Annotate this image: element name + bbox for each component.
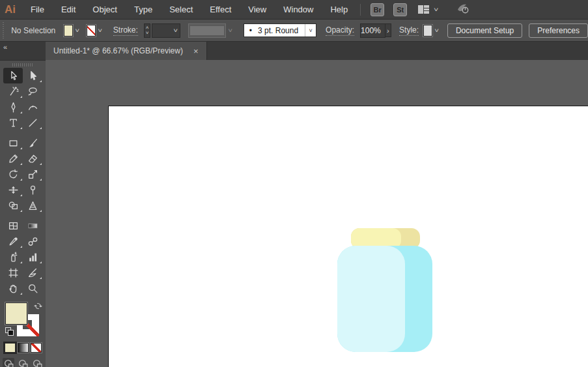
menu-item-window[interactable]: Window xyxy=(275,0,322,20)
tools-panel: « xyxy=(0,42,46,367)
line-segment-tool[interactable] xyxy=(23,115,42,130)
control-bar: No Selection ˅ ˅ Stroke: ˄˅ ˅ ˅ • 3 pt. … xyxy=(0,20,588,42)
blend-tool[interactable] xyxy=(23,233,42,249)
chevron-down-icon[interactable]: ˅ xyxy=(434,7,438,13)
hand-tool[interactable] xyxy=(3,280,23,296)
illustrator-window: Ai FileEditObjectTypeSelectEffectViewWin… xyxy=(0,0,588,367)
fill-stroke-indicator xyxy=(4,301,42,339)
width-tool[interactable] xyxy=(3,182,23,198)
stock-button[interactable]: St xyxy=(393,3,407,16)
menu-item-type[interactable]: Type xyxy=(126,0,161,20)
document-setup-button[interactable]: Document Setup xyxy=(447,23,522,38)
pencil-tool[interactable] xyxy=(3,151,23,166)
flyout-indicator xyxy=(20,147,22,149)
perspective-grid-tool[interactable] xyxy=(23,198,42,213)
menu-items: FileEditObjectTypeSelectEffectViewWindow… xyxy=(22,0,356,19)
symbol-sprayer-tool[interactable] xyxy=(3,249,23,265)
curvature-icon xyxy=(27,102,38,113)
paintbrush-tool[interactable] xyxy=(23,135,42,151)
flyout-indicator xyxy=(40,127,42,129)
flyout-indicator xyxy=(20,246,22,248)
type-tool[interactable] xyxy=(3,115,23,130)
menu-item-select[interactable]: Select xyxy=(161,0,201,20)
brush-chevron-icon[interactable]: ˅ xyxy=(305,24,316,37)
eyedropper-tool[interactable] xyxy=(3,233,23,249)
gradient-tool[interactable] xyxy=(23,218,42,233)
preferences-button[interactable]: Preferences xyxy=(529,23,588,38)
eraser-icon xyxy=(27,153,38,164)
lasso-tool[interactable] xyxy=(23,83,42,99)
zoom-tool[interactable] xyxy=(23,280,42,296)
menu-item-object[interactable]: Object xyxy=(84,0,126,20)
swap-fill-stroke-icon[interactable] xyxy=(33,301,43,313)
draw-normal-mode-button[interactable] xyxy=(3,358,14,367)
menu-item-effect[interactable]: Effect xyxy=(201,0,240,20)
default-fill-stroke-icon[interactable] xyxy=(5,327,14,336)
hand-icon xyxy=(8,283,19,294)
curvature-tool[interactable] xyxy=(23,99,42,115)
slice-tool[interactable] xyxy=(23,265,42,280)
perspective-grid-icon xyxy=(27,200,38,211)
fill-chevron-icon[interactable]: ˅ xyxy=(72,26,83,35)
color-button[interactable] xyxy=(5,343,16,353)
flyout-indicator xyxy=(40,179,42,181)
width-icon xyxy=(8,184,19,196)
document-tab[interactable]: Untitled-1* @ 66.67% (RGB/Preview) × xyxy=(46,42,207,60)
artboard-tool[interactable] xyxy=(3,265,23,280)
rotate-icon xyxy=(8,169,19,180)
menu-item-edit[interactable]: Edit xyxy=(53,0,84,20)
selection-tool[interactable] xyxy=(3,68,23,83)
mesh-tool[interactable] xyxy=(3,218,23,233)
rotate-tool[interactable] xyxy=(3,166,23,182)
rectangle-tool[interactable] xyxy=(3,135,23,151)
bridge-button[interactable]: Br xyxy=(371,3,384,16)
collapse-panel-button[interactable]: « xyxy=(0,42,46,60)
magic-wand-tool[interactable] xyxy=(3,83,23,99)
chevron-down-icon[interactable]: ˅ xyxy=(170,26,181,35)
opacity-spinner-button[interactable]: › xyxy=(385,23,391,37)
variable-width-profile-dropdown xyxy=(188,23,225,38)
symbol-sprayer-icon xyxy=(8,252,19,263)
pen-tool[interactable] xyxy=(3,99,23,115)
draw-behind-mode-button[interactable] xyxy=(17,358,29,367)
none-button[interactable] xyxy=(31,343,42,353)
eraser-tool[interactable] xyxy=(23,151,42,166)
direct-selection-tool[interactable] xyxy=(23,68,42,83)
rectangle-icon xyxy=(8,138,19,149)
shape-builder-tool[interactable] xyxy=(3,198,23,213)
gpu-performance-icon[interactable] xyxy=(455,2,469,17)
canvas-pasteboard[interactable] xyxy=(46,60,588,367)
selection-status: No Selection xyxy=(11,26,55,35)
brush-definition-dropdown[interactable]: • 3 pt. Round ˅ xyxy=(244,23,316,37)
toolbar-grip[interactable] xyxy=(12,63,33,66)
stroke-weight-label[interactable]: Stroke: xyxy=(113,25,138,36)
tools-grid xyxy=(0,68,46,296)
jar-body-shape[interactable] xyxy=(337,246,405,352)
artboard[interactable] xyxy=(108,106,588,367)
flyout-indicator xyxy=(40,210,42,212)
fill-indicator-swatch[interactable] xyxy=(5,302,27,325)
opacity-input[interactable]: 100% xyxy=(360,23,385,38)
style-chevron-icon[interactable]: ˅ xyxy=(431,26,442,35)
flyout-indicator xyxy=(20,194,22,196)
blend-icon xyxy=(27,236,38,247)
scale-tool[interactable] xyxy=(23,166,42,182)
stroke-chevron-icon[interactable]: ˅ xyxy=(94,26,105,35)
flyout-indicator xyxy=(20,96,22,98)
close-tab-icon[interactable]: × xyxy=(193,47,199,55)
menu-item-view[interactable]: View xyxy=(240,0,275,20)
draw-inside-mode-button[interactable] xyxy=(31,358,43,367)
puppet-warp-tool[interactable] xyxy=(23,182,42,198)
panel-grip[interactable] xyxy=(2,22,4,39)
stroke-weight-dropdown[interactable]: ˅ xyxy=(152,23,180,38)
menu-item-help[interactable]: Help xyxy=(322,0,356,20)
flyout-indicator xyxy=(40,277,42,279)
menu-item-file[interactable]: File xyxy=(22,0,53,20)
column-graph-tool[interactable] xyxy=(23,249,42,265)
workspace-switcher-icon[interactable] xyxy=(418,5,429,14)
style-label[interactable]: Style: xyxy=(399,25,419,36)
stroke-weight-stepper[interactable]: ˄˅ xyxy=(144,23,150,38)
opacity-label[interactable]: Opacity: xyxy=(326,25,354,36)
flyout-indicator xyxy=(20,293,22,295)
gradient-button[interactable] xyxy=(18,343,29,353)
